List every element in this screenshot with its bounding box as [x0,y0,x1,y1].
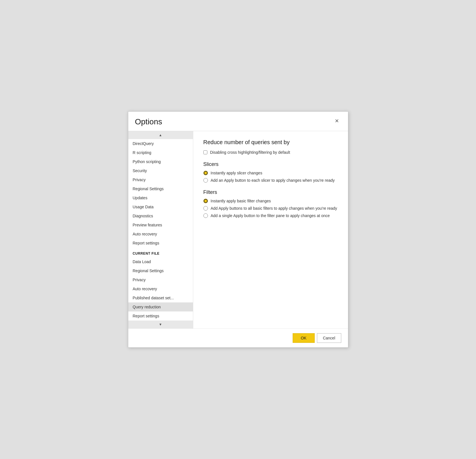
sidebar-item-regional-settings[interactable]: Regional Settings [128,184,193,193]
scroll-up-button[interactable]: ▲ [128,131,193,139]
slicer-apply-btn-radio[interactable] [203,178,208,183]
filter-option-2-row: Add Apply buttons to all basic filters t… [203,206,338,211]
sidebar-item-usage-data[interactable]: Usage Data [128,202,193,211]
cross-highlight-row: Disabling cross highlighting/filtering b… [203,150,338,155]
cancel-button[interactable]: Cancel [317,333,341,343]
slicer-option-1-row: Instantly apply slicer changes [203,171,338,175]
content-area: Reduce number of queries sent by Disabli… [193,131,348,328]
filter-apply-all-radio[interactable] [203,206,208,211]
sidebar-item-query-reduction[interactable]: Query reduction [128,302,193,311]
sidebar-item-diagnostics[interactable]: Diagnostics [128,211,193,220]
filters-title: Filters [203,189,338,195]
sidebar-item-r-scripting[interactable]: R scripting [128,148,193,157]
slicer-instantly-label[interactable]: Instantly apply slicer changes [211,171,262,175]
sidebar-item-auto-recovery-cf[interactable]: Auto recovery [128,284,193,293]
filter-instantly-radio[interactable] [203,199,208,203]
sidebar-item-published-dataset[interactable]: Published dataset set... [128,293,193,302]
sidebar-item-regional-settings-cf[interactable]: Regional Settings [128,266,193,275]
current-file-header: CURRENT FILE [128,248,193,257]
options-dialog: Options ✕ ▲ DirectQueryR scriptingPython… [128,111,348,348]
dialog-title: Options [135,117,162,126]
cross-highlight-label[interactable]: Disabling cross highlighting/filtering b… [210,150,290,155]
filter-apply-all-label[interactable]: Add Apply buttons to all basic filters t… [211,206,337,211]
sidebar-item-updates[interactable]: Updates [128,193,193,202]
sidebar-item-preview-features[interactable]: Preview features [128,220,193,229]
sidebar-item-data-load[interactable]: Data Load [128,257,193,266]
scroll-down-button[interactable]: ▼ [128,321,193,328]
close-button[interactable]: ✕ [332,117,341,125]
sidebar-item-report-settings[interactable]: Report settings [128,239,193,248]
cross-highlight-checkbox[interactable] [203,150,207,154]
sidebar-item-auto-recovery[interactable]: Auto recovery [128,229,193,239]
sidebar-item-privacy-cf[interactable]: Privacy [128,275,193,284]
sidebar-item-security[interactable]: Security [128,166,193,175]
slicer-instantly-radio[interactable] [203,171,208,175]
filter-option-3-row: Add a single Apply button to the filter … [203,213,338,218]
sidebar-item-directquery[interactable]: DirectQuery [128,139,193,148]
main-section-title: Reduce number of queries sent by [203,139,338,146]
filter-option-1-row: Instantly apply basic filter changes [203,199,338,203]
sidebar: ▲ DirectQueryR scriptingPython scripting… [128,131,193,328]
sidebar-item-report-settings-cf[interactable]: Report settings [128,311,193,321]
sidebar-scroll: DirectQueryR scriptingPython scriptingSe… [128,139,193,321]
slicer-option-2-row: Add an Apply button to each slicer to ap… [203,178,338,183]
ok-button[interactable]: OK [293,333,315,343]
filter-single-apply-label[interactable]: Add a single Apply button to the filter … [211,213,330,218]
slicers-title: Slicers [203,161,338,167]
sidebar-item-privacy[interactable]: Privacy [128,175,193,184]
sidebar-item-python-scripting[interactable]: Python scripting [128,157,193,166]
filter-instantly-label[interactable]: Instantly apply basic filter changes [211,199,271,203]
dialog-header: Options ✕ [128,112,348,129]
filter-single-apply-radio[interactable] [203,213,208,218]
dialog-body: ▲ DirectQueryR scriptingPython scripting… [128,131,348,328]
dialog-footer: OK Cancel [128,328,348,347]
slicer-apply-btn-label[interactable]: Add an Apply button to each slicer to ap… [211,178,335,183]
